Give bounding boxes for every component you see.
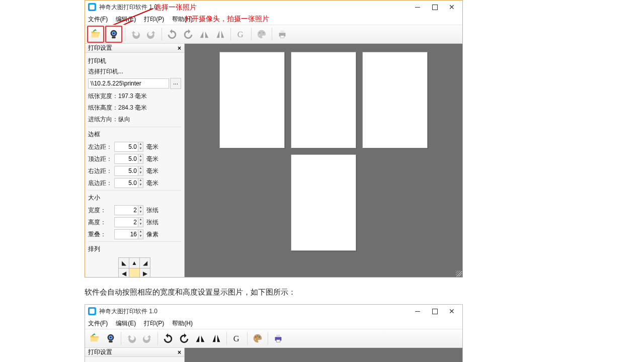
app-window-2: 神奇大图打印软件 1.0 ✕ 文件(F) 编辑(E) 打印(P) 帮助(H) G — [85, 304, 463, 362]
undo-button[interactable] — [124, 331, 139, 346]
grayscale-button[interactable]: G — [233, 27, 249, 42]
app-icon — [88, 3, 96, 11]
svg-rect-13 — [280, 36, 284, 38]
unit-mm: 毫米 — [146, 143, 158, 151]
panel-close-button[interactable]: × — [178, 45, 181, 52]
svg-rect-12 — [280, 31, 284, 33]
resize-grip[interactable] — [456, 270, 462, 277]
printer-icon — [277, 29, 288, 40]
menu-edit[interactable]: 编辑(E) — [116, 15, 136, 24]
menu-bar: 文件(F) 编辑(E) 打印(P) 帮助(H) — [85, 14, 462, 25]
open-file-button[interactable] — [87, 331, 102, 346]
paper-height-label: 纸张高度： — [88, 104, 118, 111]
svg-rect-25 — [276, 340, 280, 342]
align-tl[interactable]: ◣ — [118, 257, 129, 268]
page-tile — [291, 154, 356, 251]
printer-path-input[interactable] — [88, 78, 169, 88]
margin-left-label: 左边距： — [88, 143, 114, 151]
redo-button[interactable] — [144, 27, 159, 42]
redo-icon — [142, 333, 153, 344]
unit-sheets: 张纸 — [146, 206, 158, 215]
flip-h-icon — [199, 29, 210, 40]
svg-point-19 — [255, 336, 256, 337]
titlebar: 神奇大图打印软件 1.0 ✕ — [85, 305, 462, 318]
toolbar: G — [85, 25, 462, 44]
minimize-button[interactable] — [409, 2, 426, 12]
rotate-left-button[interactable] — [165, 27, 180, 42]
page-tile — [291, 52, 356, 148]
window-title: 神奇大图打印软件 1.0 — [99, 307, 157, 316]
rotate-left-icon — [163, 333, 174, 344]
letter-g-icon: G — [231, 333, 243, 344]
rotate-left-button[interactable] — [160, 331, 176, 346]
palette-button[interactable] — [250, 331, 265, 346]
maximize-button[interactable] — [426, 306, 443, 316]
minimize-button[interactable] — [409, 306, 426, 316]
print-button[interactable] — [271, 331, 286, 346]
rotate-right-button[interactable] — [181, 27, 196, 42]
print-button[interactable] — [275, 27, 290, 42]
page-tile — [362, 52, 428, 148]
palette-button[interactable] — [254, 27, 269, 42]
palette-icon — [252, 333, 263, 344]
menu-help[interactable]: 帮助(H) — [172, 319, 193, 328]
margins-section-label: 边框 — [88, 128, 181, 140]
rotate-right-button[interactable] — [177, 331, 192, 346]
size-section-label: 大小 — [88, 192, 181, 203]
feed-dir-label: 进纸方向： — [88, 116, 118, 123]
select-printer-label: 选择打印机... — [88, 67, 181, 76]
maximize-button[interactable] — [426, 2, 443, 12]
menu-print[interactable]: 打印(P) — [144, 15, 164, 24]
flip-v-button[interactable] — [213, 27, 228, 42]
toolbar: G — [85, 329, 462, 348]
paper-width-value: 197.3 毫米 — [118, 93, 147, 100]
align-tr[interactable]: ◢ — [139, 257, 150, 268]
menu-print[interactable]: 打印(P) — [144, 319, 164, 328]
menu-file[interactable]: 文件(F) — [88, 15, 108, 24]
menu-edit[interactable]: 编辑(E) — [116, 319, 136, 328]
webcam-icon — [108, 29, 119, 40]
svg-point-21 — [259, 336, 260, 337]
arrange-grid: ◣ ▲ ◢ ◀ ▶ ◤ ▼ ◥ — [118, 257, 181, 277]
svg-point-7 — [259, 32, 260, 33]
undo-icon — [130, 29, 141, 40]
panel-title: 打印设置 — [88, 44, 112, 52]
undo-button[interactable] — [128, 27, 143, 42]
grayscale-button[interactable]: G — [229, 331, 245, 346]
titlebar: 神奇大图打印软件 1.0 ✕ — [85, 1, 462, 14]
camera-button[interactable] — [105, 26, 122, 43]
flip-v-button[interactable] — [209, 331, 224, 346]
undo-icon — [126, 333, 137, 344]
svg-text:G: G — [233, 334, 239, 343]
svg-rect-17 — [109, 341, 112, 343]
svg-rect-5 — [112, 37, 115, 39]
rotate-right-icon — [183, 29, 194, 40]
menu-file[interactable]: 文件(F) — [88, 319, 108, 328]
flip-h-button[interactable] — [193, 331, 208, 346]
close-button[interactable]: ✕ — [443, 2, 460, 12]
close-button[interactable]: ✕ — [443, 306, 460, 316]
paper-height-value: 284.3 毫米 — [118, 104, 147, 111]
margin-top-label: 顶边距： — [88, 155, 114, 163]
caption-text: 软件会自动按照相应的宽度和高度设置显示图片，如下图所示： — [85, 288, 644, 297]
preview-canvas — [185, 348, 462, 362]
menu-help[interactable]: 帮助(H) — [172, 15, 193, 24]
panel-close-button[interactable]: × — [178, 349, 181, 356]
svg-point-22 — [255, 339, 256, 340]
align-t[interactable]: ▲ — [129, 257, 140, 268]
window-title: 神奇大图打印软件 1.0 — [99, 3, 157, 12]
flip-v-icon — [215, 29, 226, 40]
print-settings-panel: 打印设置 × 打印机 选择打印机... ... 纸张宽度：197.3 毫米 纸张… — [85, 44, 185, 277]
align-l[interactable]: ◀ — [118, 268, 129, 277]
margin-bottom-label: 底边距： — [88, 179, 114, 188]
align-r[interactable]: ▶ — [139, 268, 150, 277]
rotate-left-icon — [167, 29, 178, 40]
open-file-button[interactable] — [87, 26, 104, 43]
flip-h-button[interactable] — [197, 27, 212, 42]
align-c[interactable] — [129, 268, 140, 277]
printer-section-label: 打印机 — [88, 55, 181, 66]
camera-button[interactable] — [103, 331, 118, 346]
printer-icon — [273, 333, 284, 344]
redo-button[interactable] — [140, 331, 155, 346]
browse-printer-button[interactable]: ... — [170, 78, 181, 89]
